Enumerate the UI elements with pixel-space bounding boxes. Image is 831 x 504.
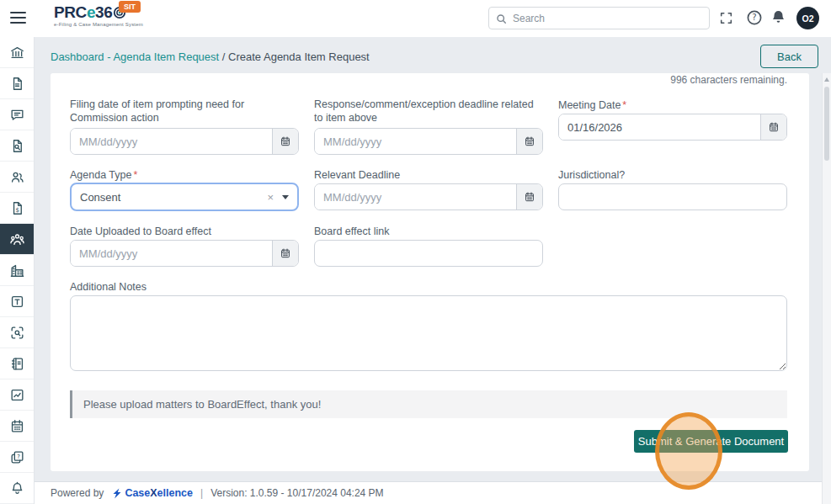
environment-badge: SIT xyxy=(119,1,141,13)
meeting-date-input[interactable] xyxy=(559,114,760,140)
board-effect-link-label: Board effect link xyxy=(314,225,543,238)
sidebar-item-document[interactable] xyxy=(0,68,34,99)
casexellence-brand: CaseXellence xyxy=(125,487,193,499)
additional-notes-label: Additional Notes xyxy=(70,280,299,294)
calendar-icon xyxy=(524,191,535,203)
top-header: PRCe36 e-Filing & Case Management System… xyxy=(0,0,831,37)
meeting-date-label: Meeting Date* xyxy=(558,98,787,112)
logo-text-prc: PRC xyxy=(54,4,87,20)
svg-text:?: ? xyxy=(752,13,756,22)
logo-text-e: e xyxy=(87,4,95,20)
date-uploaded-label: Date Uploaded to Board effect xyxy=(70,225,299,238)
filing-date-label: Filing date of item prompting need for C… xyxy=(70,98,299,125)
response-deadline-calendar-button[interactable] xyxy=(516,129,542,154)
agenda-type-label: Agenda Type* xyxy=(70,168,299,182)
jurisdictional-label: Jurisdictional? xyxy=(558,168,787,182)
committee-icon xyxy=(9,231,25,247)
logo-text-36: 36 xyxy=(95,4,112,20)
sidebar-item-calendar[interactable] xyxy=(0,411,34,442)
board-effect-link-input[interactable] xyxy=(314,240,543,267)
menu-toggle-icon[interactable] xyxy=(10,12,26,25)
svg-text:?: ? xyxy=(17,453,20,459)
characters-remaining: 996 characters remaining. xyxy=(670,74,787,86)
relevant-deadline-field xyxy=(314,183,543,210)
sidebar-item-users[interactable] xyxy=(0,162,34,193)
scrollbar-thumb[interactable] xyxy=(824,87,829,161)
filing-date-field xyxy=(70,128,299,155)
date-uploaded-calendar-button[interactable] xyxy=(272,241,298,266)
help-doc-icon: ? xyxy=(9,449,25,465)
footer-divider: | xyxy=(200,487,203,499)
building-icon xyxy=(9,263,25,279)
relevant-deadline-input[interactable] xyxy=(315,184,516,210)
filing-date-calendar-button[interactable] xyxy=(272,129,298,154)
chat-icon xyxy=(9,107,25,123)
sidebar-item-bank[interactable] xyxy=(0,37,34,68)
additional-notes-textarea[interactable] xyxy=(70,295,787,371)
casexellence-logo-icon xyxy=(112,488,122,499)
relevant-deadline-calendar-button[interactable] xyxy=(516,184,542,210)
response-deadline-label: Response/comment/exception deadline rela… xyxy=(314,98,543,125)
template-icon xyxy=(9,294,25,310)
calendar-icon xyxy=(280,135,291,147)
chart-icon xyxy=(9,387,25,403)
meeting-date-field xyxy=(558,114,787,141)
fullscreen-icon[interactable] xyxy=(719,11,733,25)
date-uploaded-field xyxy=(70,240,299,267)
sidebar-item-scan-search[interactable] xyxy=(0,317,34,348)
breadcrumb-current: Create Agenda Item Request xyxy=(228,50,370,63)
clear-selection-icon[interactable]: × xyxy=(260,191,280,204)
scan-search-icon xyxy=(9,325,25,341)
sidebar-item-chart[interactable] xyxy=(0,379,34,411)
calendar-icon xyxy=(768,121,780,133)
info-message: Please upload matters to BoardEffect, th… xyxy=(70,390,787,418)
form-card: 996 characters remaining. Filing date of… xyxy=(51,73,809,471)
submit-generate-document-button[interactable]: Submit & Generate Document xyxy=(634,430,788,453)
sidebar-item-bell[interactable] xyxy=(0,473,34,504)
date-uploaded-input[interactable] xyxy=(71,241,272,266)
svg-text:$: $ xyxy=(15,205,19,213)
users-icon xyxy=(9,169,25,185)
vertical-scrollbar[interactable] xyxy=(822,73,831,504)
bank-icon xyxy=(9,45,25,61)
powered-by-text: Powered by xyxy=(51,487,104,499)
document-icon xyxy=(9,76,25,92)
breadcrumb: Dashboard - Agenda Item Request / Create… xyxy=(51,50,370,63)
version-text: Version: 1.0.59 - 10/17/2024 04:24 PM xyxy=(210,487,383,499)
meeting-date-calendar-button[interactable] xyxy=(760,114,786,140)
invoice-icon: $ xyxy=(9,200,25,216)
calendar-icon xyxy=(9,418,25,434)
help-icon[interactable]: ? xyxy=(747,10,762,25)
bell-icon xyxy=(9,480,25,496)
sidebar-item-committee[interactable] xyxy=(0,224,34,255)
agenda-type-select[interactable]: Consent × xyxy=(70,183,299,211)
search-icon xyxy=(496,13,507,24)
calendar-icon xyxy=(524,135,535,147)
jurisdictional-input[interactable] xyxy=(558,183,787,210)
file-search-icon xyxy=(9,138,25,154)
sidebar-item-file-search[interactable] xyxy=(0,130,34,162)
logo-tagline: e-Filing & Case Management System xyxy=(54,22,143,27)
response-deadline-field xyxy=(314,128,543,155)
ledger-icon xyxy=(9,356,25,372)
notifications-bell-icon[interactable] xyxy=(771,9,786,25)
response-deadline-input[interactable] xyxy=(315,129,516,154)
search-input[interactable] xyxy=(513,13,702,24)
breadcrumb-link[interactable]: Dashboard - Agenda Item Request xyxy=(51,50,219,63)
sidebar-item-ledger[interactable] xyxy=(0,348,34,379)
agenda-type-value: Consent xyxy=(80,191,120,204)
sidebar-item-template[interactable] xyxy=(0,286,34,317)
calendar-icon xyxy=(280,247,291,259)
scroll-up-arrow-icon[interactable] xyxy=(824,77,829,82)
footer: Powered by CaseXellence | Version: 1.0.5… xyxy=(35,481,831,504)
sidebar-item-invoice[interactable]: $ xyxy=(0,193,34,224)
global-search[interactable] xyxy=(488,7,710,29)
sidebar-item-help-doc[interactable]: ? xyxy=(0,442,34,473)
sidebar-item-building[interactable] xyxy=(0,255,34,286)
user-avatar[interactable]: O2 xyxy=(796,7,819,29)
sidebar-nav: $? xyxy=(0,37,35,504)
required-asterisk: * xyxy=(133,169,137,181)
filing-date-input[interactable] xyxy=(71,129,272,154)
sidebar-item-chat[interactable] xyxy=(0,99,34,130)
back-button[interactable]: Back xyxy=(760,45,818,68)
